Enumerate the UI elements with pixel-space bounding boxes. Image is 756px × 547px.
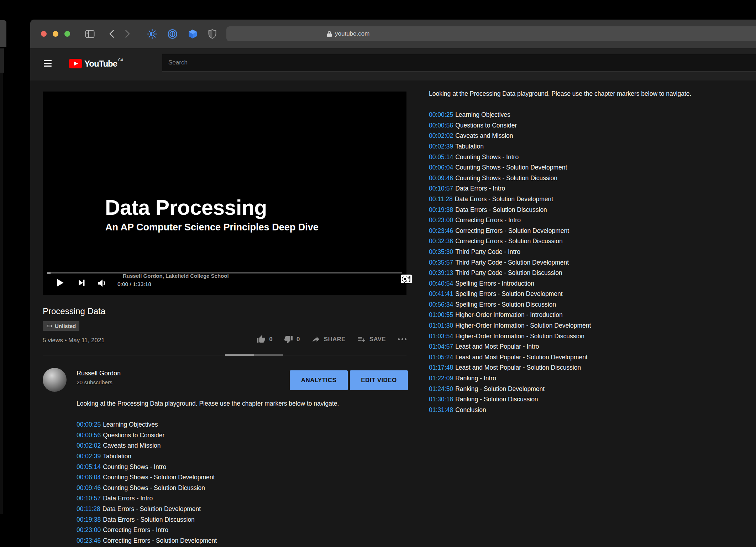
chapter-timestamp-link[interactable]: 00:19:38 <box>77 516 101 523</box>
zoom-window-button[interactable] <box>64 31 70 37</box>
chapter-title: Counting Shows - Intro <box>455 153 519 161</box>
chapter-timestamp-link[interactable]: 00:02:39 <box>77 453 101 460</box>
chapter-title: Correcting Errors - Solution Development <box>455 227 569 234</box>
chapter-timestamp-link[interactable]: 00:09:46 <box>429 174 453 182</box>
chapter-timestamp-link[interactable]: 00:02:02 <box>429 132 453 139</box>
visibility-badge-label: Unlisted <box>55 323 76 329</box>
fullscreen-icon[interactable] <box>401 275 410 283</box>
chapter-title: Data Errors - Solution Discussion <box>455 206 547 213</box>
share-button[interactable]: SHARE <box>311 335 346 344</box>
chapter-timestamp-link[interactable]: 00:23:00 <box>77 526 101 533</box>
address-bar[interactable]: youtube.com <box>226 26 756 41</box>
chapter-timestamp-link[interactable]: 01:01:30 <box>429 322 453 329</box>
brightness-extension-icon[interactable] <box>147 29 157 39</box>
chapter-timestamp-link[interactable]: 00:00:56 <box>429 122 453 129</box>
chapter-timestamp-link[interactable]: 01:30:18 <box>429 396 453 403</box>
chapter-timestamp-link[interactable]: 00:56:34 <box>429 301 453 308</box>
sidebar-toggle-icon[interactable] <box>85 30 95 38</box>
chapter-title: Counting Shows - Intro <box>103 463 166 470</box>
chapter-timestamp-link[interactable]: 00:05:14 <box>429 153 453 161</box>
chapter-timestamp-link[interactable]: 00:35:57 <box>429 259 453 266</box>
cube-extension-icon[interactable] <box>188 29 198 39</box>
chapter-item: 00:56:34Spelling Errors - Solution Discu… <box>429 299 691 310</box>
volume-icon[interactable] <box>98 279 107 287</box>
chapter-timestamp-link[interactable]: 00:09:46 <box>77 484 101 491</box>
chapter-timestamp-link[interactable]: 00:23:46 <box>429 227 453 234</box>
chapter-timestamp-link[interactable]: 00:19:38 <box>429 206 453 213</box>
chapter-item: 00:23:00Correcting Errors - Intro <box>77 525 339 536</box>
chapter-timestamp-link[interactable]: 00:06:04 <box>77 474 101 481</box>
video-player[interactable]: Data Processing An AP Computer Science P… <box>43 92 406 295</box>
video-meta: 5 views • May 11, 2021 <box>43 337 105 344</box>
chapter-timestamp-link[interactable]: 00:00:25 <box>77 421 101 428</box>
chapter-title: Counting Shows - Solution Dicussion <box>455 174 557 182</box>
background-window-sliver <box>0 48 4 73</box>
chapter-timestamp-link[interactable]: 00:10:57 <box>429 185 453 192</box>
chapter-timestamp-link[interactable]: 01:17:48 <box>429 364 453 371</box>
chapter-timestamp-link[interactable]: 00:02:39 <box>429 143 453 150</box>
youtube-logo[interactable]: YouTube CA <box>69 59 124 68</box>
channel-subscribers: 20 subscribers <box>77 379 112 386</box>
next-button[interactable] <box>78 279 85 286</box>
chapter-title: Data Errors - Solution Discussion <box>103 516 195 523</box>
chapter-title: Data Errors - Intro <box>103 495 153 502</box>
menu-icon[interactable] <box>44 60 52 68</box>
chapter-timestamp-link[interactable]: 00:39:13 <box>429 269 453 276</box>
chapter-timestamp-link[interactable]: 00:00:56 <box>77 432 101 439</box>
chapter-title: Spelling Errors - Solution Development <box>455 290 563 297</box>
chapter-title: Ranking - Solution Development <box>455 385 545 392</box>
visibility-badge: Unlisted <box>43 321 79 331</box>
chapter-timestamp-link[interactable]: 00:10:57 <box>77 495 101 502</box>
chapter-item: 01:00:55Higher-Order Information - Intro… <box>429 310 691 321</box>
search-input[interactable] <box>162 54 756 72</box>
channel-avatar[interactable] <box>43 368 67 392</box>
more-actions-button[interactable] <box>398 338 406 340</box>
chapter-timestamp-link[interactable]: 01:24:50 <box>429 385 453 392</box>
chapter-timestamp-link[interactable]: 00:23:46 <box>77 537 101 544</box>
chapter-timestamp-link[interactable]: 00:40:54 <box>429 280 453 287</box>
chapter-title: Correcting Errors - Solution Development <box>103 537 217 544</box>
channel-name[interactable]: Russell Gordon <box>77 370 121 377</box>
chapter-timestamp-link[interactable]: 00:02:02 <box>77 442 101 449</box>
chapter-timestamp-link[interactable]: 00:23:00 <box>429 217 453 224</box>
chapter-timestamp-link[interactable]: 01:04:57 <box>429 343 453 350</box>
chapter-timestamp-link[interactable]: 00:32:36 <box>429 238 453 245</box>
like-button[interactable]: 0 <box>257 335 273 344</box>
chapter-title: Third Party Code - Solution Discussion <box>455 269 562 276</box>
onepassword-extension-icon[interactable] <box>168 29 177 39</box>
chapter-timestamp-link[interactable]: 00:11:28 <box>429 196 453 203</box>
chapter-timestamp-link[interactable]: 01:00:55 <box>429 311 453 318</box>
back-icon[interactable] <box>109 30 114 38</box>
forward-icon[interactable] <box>125 30 130 38</box>
chapter-timestamp-link[interactable]: 00:41:41 <box>429 290 453 297</box>
chapter-timestamp-link[interactable]: 01:31:48 <box>429 406 453 413</box>
chapter-timestamp-link[interactable]: 01:03:54 <box>429 333 453 340</box>
dislike-button[interactable]: 0 <box>284 335 300 344</box>
chapter-item: 00:06:04Counting Shows - Solution Develo… <box>429 162 691 173</box>
close-window-button[interactable] <box>41 31 47 37</box>
chapter-timestamp-link[interactable]: 01:05:24 <box>429 354 453 361</box>
chapter-title: Learning Objectives <box>455 111 510 118</box>
background-window-sliver <box>0 20 6 47</box>
edit-video-button[interactable]: EDIT VIDEO <box>350 370 408 390</box>
chapter-item: 01:30:18Ranking - Solution Discussion <box>429 394 691 405</box>
chapter-timestamp-link[interactable]: 01:22:09 <box>429 375 453 382</box>
chapter-title: Least and Most Popular - Intro <box>455 343 539 350</box>
chapter-timestamp-link[interactable]: 00:11:28 <box>77 505 100 512</box>
play-button[interactable] <box>56 278 64 287</box>
save-button[interactable]: SAVE <box>357 335 386 344</box>
playhead[interactable] <box>47 272 51 274</box>
analytics-button[interactable]: ANALYTICS <box>290 370 348 390</box>
chapter-title: Counting Shows - Solution Development <box>103 474 215 481</box>
shield-extension-icon[interactable] <box>208 29 216 39</box>
minimize-window-button[interactable] <box>53 31 58 37</box>
chapter-timestamp-link[interactable]: 00:00:25 <box>429 111 453 118</box>
url-text: youtube.com <box>335 30 369 37</box>
chapter-timestamp-link[interactable]: 00:05:14 <box>77 463 101 470</box>
chapter-timestamp-link[interactable]: 00:35:30 <box>429 248 453 255</box>
screen: youtube.com YouTube CA Data Processing A… <box>0 0 756 547</box>
chapter-title: Spelling Errors - Introduction <box>455 280 534 287</box>
chapter-title: Counting Shows - Solution Development <box>455 164 567 171</box>
chapter-timestamp-link[interactable]: 00:06:04 <box>429 164 453 171</box>
chapter-title: Higher-Order Information - Introduction <box>455 311 563 318</box>
